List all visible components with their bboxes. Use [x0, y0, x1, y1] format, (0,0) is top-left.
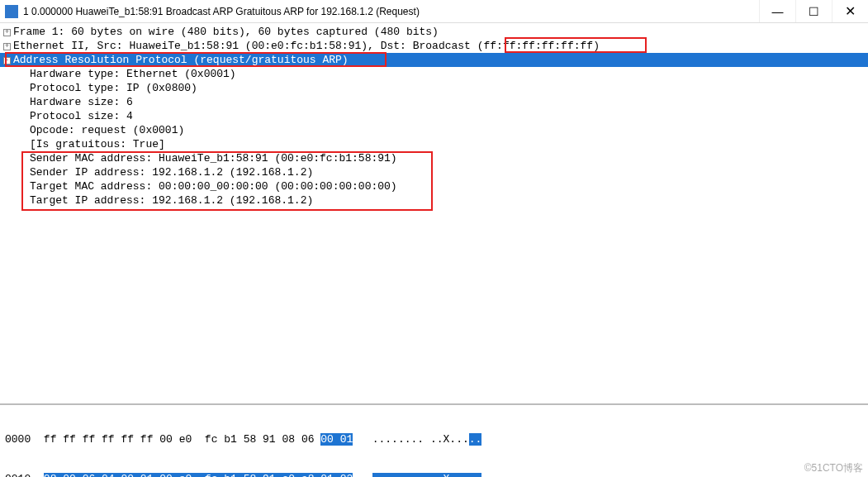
hex-dump-pane[interactable]: 0000 ff ff ff ff ff ff 00 e0 fc b1 58 91… — [0, 405, 868, 465]
tree-row-sender-mac[interactable]: Sender MAC address: HuaweiTe_b1:58:91 (0… — [0, 151, 868, 165]
tree-row-target-ip[interactable]: Target IP address: 192.168.1.2 (192.168.… — [0, 193, 868, 207]
packet-details-pane[interactable]: +Frame 1: 60 bytes on wire (480 bits), 6… — [0, 23, 868, 403]
app-icon — [5, 5, 18, 18]
minimize-button[interactable]: — — [759, 0, 795, 22]
eth-dst-mac: (ff:ff:ff:ff:ff:ff) — [477, 40, 600, 52]
tree-row-frame[interactable]: +Frame 1: 60 bytes on wire (480 bits), 6… — [0, 25, 868, 39]
expand-icon[interactable]: + — [3, 29, 11, 36]
tree-row-hwsize[interactable]: Hardware size: 6 — [0, 95, 868, 109]
tree-row-hwtype[interactable]: Hardware type: Ethernet (0x0001) — [0, 67, 868, 81]
frame-summary: Frame 1: 60 bytes on wire (480 bits), 60… — [13, 26, 439, 38]
window-buttons: — ☐ ✕ — [759, 0, 868, 22]
tree-row-sender-ip[interactable]: Sender IP address: 192.168.1.2 (192.168.… — [0, 165, 868, 179]
hex-row-0000[interactable]: 0000 ff ff ff ff ff ff 00 e0 fc b1 58 91… — [0, 433, 868, 446]
tree-row-target-mac[interactable]: Target MAC address: 00:00:00_00:00:00 (0… — [0, 179, 868, 193]
collapse-icon[interactable]: - — [3, 57, 11, 64]
tree-row-protosize[interactable]: Protocol size: 4 — [0, 109, 868, 123]
arp-header: Address Resolution Protocol (request/gra… — [13, 54, 349, 66]
eth-prefix: Ethernet II, Src: HuaweiTe_b1:58:91 (00:… — [13, 40, 471, 52]
tree-row-opcode[interactable]: Opcode: request (0x0001) — [0, 123, 868, 137]
expand-icon[interactable]: + — [3, 43, 11, 50]
tree-row-gratuitous[interactable]: [Is gratuitous: True] — [0, 137, 868, 151]
watermark-label: ©51CTO博客 — [804, 461, 863, 475]
window-title: 1 0.000000 HuaweiTe_b1:58:91 Broadcast A… — [23, 6, 759, 17]
window-titlebar: 1 0.000000 HuaweiTe_b1:58:91 Broadcast A… — [0, 0, 868, 23]
maximize-button[interactable]: ☐ — [795, 0, 832, 22]
tree-row-prototype[interactable]: Protocol type: IP (0x0800) — [0, 81, 868, 95]
hex-row-0010[interactable]: 0010 08 00 06 04 00 01 00 e0 fc b1 58 91… — [0, 473, 868, 477]
close-button[interactable]: ✕ — [832, 0, 868, 22]
tree-row-arp[interactable]: -Address Resolution Protocol (request/gr… — [0, 53, 868, 67]
tree-row-ethernet[interactable]: +Ethernet II, Src: HuaweiTe_b1:58:91 (00… — [0, 39, 868, 53]
